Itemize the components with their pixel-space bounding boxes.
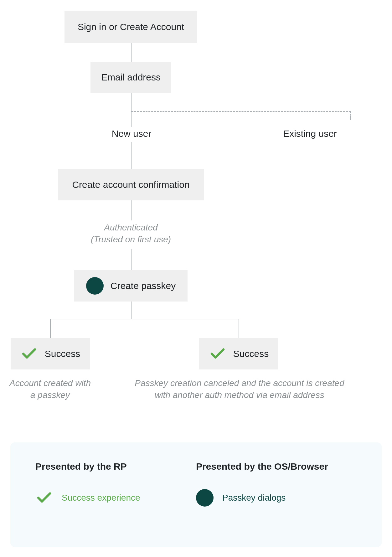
legend-title-os: Presented by the OS/Browser [196, 461, 357, 472]
legend-success-label: Success experience [62, 493, 140, 503]
node-create-passkey: Create passkey [74, 270, 188, 302]
connector [131, 93, 132, 111]
node-success-left: Success [11, 338, 90, 369]
node-email-label: Email address [101, 72, 161, 83]
node-email: Email address [90, 62, 171, 93]
legend-item-dialog: Passkey dialogs [196, 489, 357, 507]
connector [50, 319, 239, 319]
passkey-dialog-icon [86, 277, 104, 295]
legend-dialog-label: Passkey dialogs [222, 493, 286, 503]
connector-dashed [132, 111, 351, 112]
connector [131, 142, 132, 169]
check-icon [35, 489, 53, 507]
connector [239, 319, 239, 338]
node-create-confirm: Create account confirmation [58, 169, 204, 200]
node-success-right: Success [199, 338, 278, 369]
legend-col-os: Presented by the OS/Browser Passkey dial… [196, 461, 357, 531]
connector [131, 249, 132, 270]
node-start-label: Sign in or Create Account [78, 22, 184, 32]
connector [50, 319, 51, 338]
label-new-user: New user [103, 128, 160, 139]
connector-dashed [350, 111, 351, 120]
connector [131, 43, 132, 62]
legend-title-rp: Presented by the RP [35, 461, 196, 472]
passkey-dialog-icon [196, 489, 214, 507]
legend-col-rp: Presented by the RP Success experience [35, 461, 196, 531]
legend-item-success: Success experience [35, 489, 196, 507]
legend-panel: Presented by the RP Success experience P… [10, 442, 382, 547]
node-success-left-label: Success [45, 348, 80, 359]
caption-authenticated: Authenticated (Trusted on first use) [78, 222, 184, 245]
node-create-passkey-label: Create passkey [111, 281, 176, 291]
connector [131, 302, 132, 319]
check-icon [209, 345, 226, 363]
label-existing-user: Existing user [272, 128, 348, 139]
connector [131, 200, 132, 220]
node-create-confirm-label: Create account confirmation [72, 179, 189, 190]
caption-success-left: Account created with a passkey [6, 377, 94, 401]
connector [131, 111, 132, 127]
node-start: Sign in or Create Account [64, 11, 197, 43]
node-success-right-label: Success [233, 348, 269, 359]
check-icon [20, 345, 38, 363]
caption-success-right: Passkey creation canceled and the accoun… [132, 377, 348, 401]
